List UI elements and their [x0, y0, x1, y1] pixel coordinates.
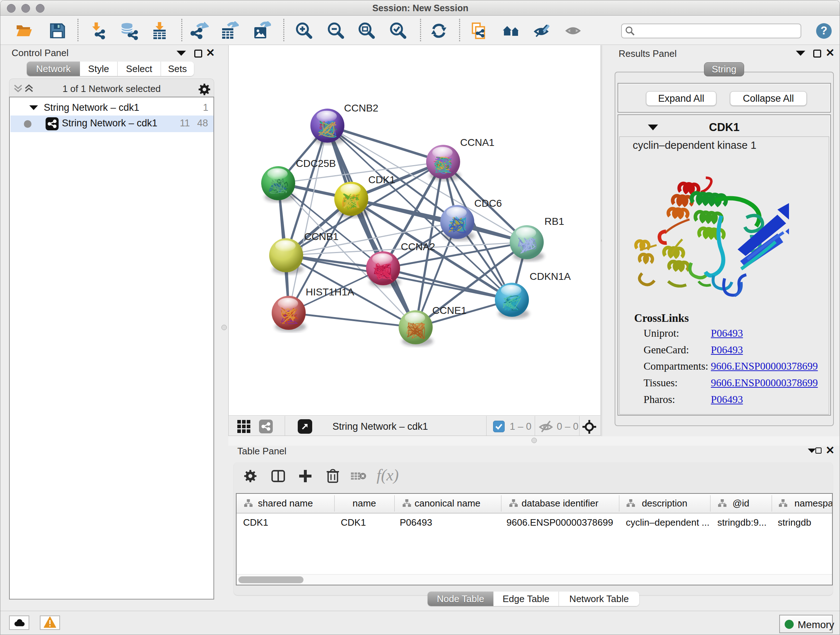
svg-text:CCNB1: CCNB1: [304, 231, 339, 242]
svg-text:?: ?: [821, 24, 827, 37]
svg-text:CDC6: CDC6: [474, 198, 502, 209]
svg-text:CDC25B: CDC25B: [296, 158, 336, 169]
svg-text:HIST1H1A: HIST1H1A: [306, 287, 354, 298]
svg-text:CCNA2: CCNA2: [401, 241, 435, 252]
svg-text:CCNB2: CCNB2: [344, 103, 378, 114]
svg-text:RB1: RB1: [545, 216, 564, 227]
svg-text:CDK1: CDK1: [368, 174, 395, 185]
svg-text:CCNE1: CCNE1: [432, 305, 467, 316]
svg-text:CCNA1: CCNA1: [460, 137, 494, 148]
svg-text:CDKN1A: CDKN1A: [530, 271, 571, 282]
